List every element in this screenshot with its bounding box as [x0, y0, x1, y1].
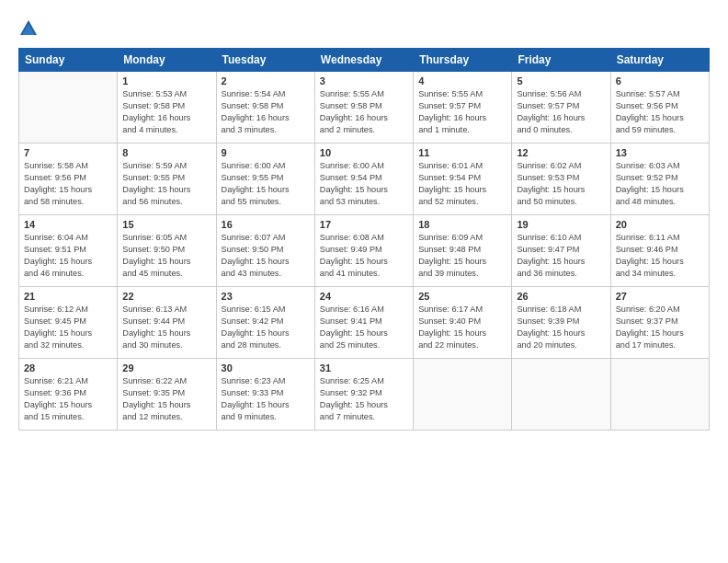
day-info: Sunrise: 5:54 AMSunset: 9:58 PMDaylight:… — [222, 88, 310, 136]
calendar-cell: 16Sunrise: 6:07 AMSunset: 9:50 PMDayligh… — [216, 215, 314, 287]
day-number: 23 — [222, 291, 310, 302]
day-number: 25 — [418, 291, 506, 302]
day-number: 11 — [418, 147, 506, 158]
weekday-header-tuesday: Tuesday — [216, 49, 314, 72]
weekday-header-wednesday: Wednesday — [314, 49, 413, 72]
day-info: Sunrise: 6:17 AMSunset: 9:40 PMDaylight:… — [418, 304, 506, 351]
calendar-cell: 6Sunrise: 5:57 AMSunset: 9:56 PMDaylight… — [610, 72, 709, 144]
day-info: Sunrise: 5:58 AMSunset: 9:56 PMDaylight:… — [24, 160, 112, 208]
calendar-body: 1Sunrise: 5:53 AMSunset: 9:58 PMDaylight… — [19, 72, 710, 431]
calendar-cell: 26Sunrise: 6:18 AMSunset: 9:39 PMDayligh… — [512, 287, 610, 359]
calendar-cell: 10Sunrise: 6:00 AMSunset: 9:54 PMDayligh… — [314, 144, 413, 215]
day-info: Sunrise: 6:11 AMSunset: 9:46 PMDaylight:… — [616, 232, 704, 280]
calendar-cell — [19, 72, 118, 144]
day-number: 18 — [418, 219, 506, 230]
day-info: Sunrise: 5:59 AMSunset: 9:55 PMDaylight:… — [122, 160, 210, 208]
calendar-cell: 13Sunrise: 6:03 AMSunset: 9:52 PMDayligh… — [610, 144, 709, 215]
logo — [18, 17, 42, 39]
calendar-cell: 14Sunrise: 6:04 AMSunset: 9:51 PMDayligh… — [19, 215, 118, 287]
calendar-cell: 31Sunrise: 6:25 AMSunset: 9:32 PMDayligh… — [314, 359, 413, 431]
day-number: 14 — [24, 219, 112, 230]
day-number: 30 — [222, 362, 310, 373]
calendar-cell: 17Sunrise: 6:08 AMSunset: 9:49 PMDayligh… — [314, 215, 413, 287]
day-number: 10 — [320, 147, 408, 158]
weekday-row: SundayMondayTuesdayWednesdayThursdayFrid… — [19, 49, 710, 72]
day-info: Sunrise: 6:00 AMSunset: 9:54 PMDaylight:… — [320, 160, 408, 208]
calendar-cell — [414, 359, 512, 431]
calendar-cell: 28Sunrise: 6:21 AMSunset: 9:36 PMDayligh… — [19, 359, 118, 431]
day-number: 7 — [24, 147, 112, 158]
day-info: Sunrise: 6:01 AMSunset: 9:54 PMDaylight:… — [418, 160, 506, 208]
calendar-week-1: 1Sunrise: 5:53 AMSunset: 9:58 PMDaylight… — [19, 72, 710, 144]
day-number: 26 — [517, 291, 605, 302]
calendar-cell: 9Sunrise: 6:00 AMSunset: 9:55 PMDaylight… — [216, 144, 314, 215]
calendar-cell: 22Sunrise: 6:13 AMSunset: 9:44 PMDayligh… — [118, 287, 216, 359]
day-info: Sunrise: 6:07 AMSunset: 9:50 PMDaylight:… — [222, 232, 310, 280]
day-info: Sunrise: 6:04 AMSunset: 9:51 PMDaylight:… — [24, 232, 112, 280]
day-number: 22 — [122, 291, 210, 302]
calendar-cell — [610, 359, 709, 431]
day-number: 15 — [122, 219, 210, 230]
calendar-cell: 25Sunrise: 6:17 AMSunset: 9:40 PMDayligh… — [414, 287, 512, 359]
calendar-week-5: 28Sunrise: 6:21 AMSunset: 9:36 PMDayligh… — [19, 359, 710, 431]
day-number: 17 — [320, 219, 408, 230]
day-number: 6 — [616, 75, 704, 86]
day-number: 24 — [320, 291, 408, 302]
day-number: 1 — [122, 75, 210, 86]
calendar-cell: 2Sunrise: 5:54 AMSunset: 9:58 PMDaylight… — [216, 72, 314, 144]
calendar-table: SundayMondayTuesdayWednesdayThursdayFrid… — [18, 48, 710, 431]
day-number: 16 — [222, 219, 310, 230]
day-number: 12 — [517, 147, 605, 158]
calendar-cell: 30Sunrise: 6:23 AMSunset: 9:33 PMDayligh… — [216, 359, 314, 431]
calendar-cell: 27Sunrise: 6:20 AMSunset: 9:37 PMDayligh… — [610, 287, 709, 359]
calendar-cell: 21Sunrise: 6:12 AMSunset: 9:45 PMDayligh… — [19, 287, 118, 359]
day-number: 2 — [222, 75, 310, 86]
day-info: Sunrise: 5:56 AMSunset: 9:57 PMDaylight:… — [517, 88, 605, 136]
day-info: Sunrise: 6:15 AMSunset: 9:42 PMDaylight:… — [222, 304, 310, 351]
day-info: Sunrise: 5:53 AMSunset: 9:58 PMDaylight:… — [122, 88, 210, 136]
day-info: Sunrise: 6:16 AMSunset: 9:41 PMDaylight:… — [320, 304, 408, 351]
weekday-header-sunday: Sunday — [19, 49, 118, 72]
calendar-cell: 1Sunrise: 5:53 AMSunset: 9:58 PMDaylight… — [118, 72, 216, 144]
day-info: Sunrise: 5:55 AMSunset: 9:57 PMDaylight:… — [418, 88, 506, 136]
calendar-cell: 12Sunrise: 6:02 AMSunset: 9:53 PMDayligh… — [512, 144, 610, 215]
weekday-header-thursday: Thursday — [414, 49, 512, 72]
header — [18, 17, 710, 39]
calendar-cell: 7Sunrise: 5:58 AMSunset: 9:56 PMDaylight… — [19, 144, 118, 215]
page: SundayMondayTuesdayWednesdayThursdayFrid… — [0, 0, 728, 563]
day-number: 21 — [24, 291, 112, 302]
day-info: Sunrise: 6:05 AMSunset: 9:50 PMDaylight:… — [122, 232, 210, 280]
day-number: 3 — [320, 75, 408, 86]
day-number: 8 — [122, 147, 210, 158]
day-info: Sunrise: 6:12 AMSunset: 9:45 PMDaylight:… — [24, 304, 112, 351]
calendar-week-2: 7Sunrise: 5:58 AMSunset: 9:56 PMDaylight… — [19, 144, 710, 215]
calendar-cell: 8Sunrise: 5:59 AMSunset: 9:55 PMDaylight… — [118, 144, 216, 215]
day-info: Sunrise: 6:22 AMSunset: 9:35 PMDaylight:… — [122, 375, 210, 423]
day-number: 9 — [222, 147, 310, 158]
day-info: Sunrise: 6:20 AMSunset: 9:37 PMDaylight:… — [616, 304, 704, 351]
day-number: 19 — [517, 219, 605, 230]
day-number: 20 — [616, 219, 704, 230]
day-info: Sunrise: 6:08 AMSunset: 9:49 PMDaylight:… — [320, 232, 408, 280]
calendar-cell: 23Sunrise: 6:15 AMSunset: 9:42 PMDayligh… — [216, 287, 314, 359]
calendar-cell: 24Sunrise: 6:16 AMSunset: 9:41 PMDayligh… — [314, 287, 413, 359]
calendar-week-4: 21Sunrise: 6:12 AMSunset: 9:45 PMDayligh… — [19, 287, 710, 359]
calendar-cell: 15Sunrise: 6:05 AMSunset: 9:50 PMDayligh… — [118, 215, 216, 287]
calendar-cell: 20Sunrise: 6:11 AMSunset: 9:46 PMDayligh… — [610, 215, 709, 287]
day-number: 28 — [24, 362, 112, 373]
day-info: Sunrise: 6:25 AMSunset: 9:32 PMDaylight:… — [320, 375, 408, 423]
day-number: 31 — [320, 362, 408, 373]
day-info: Sunrise: 6:23 AMSunset: 9:33 PMDaylight:… — [222, 375, 310, 423]
calendar-week-3: 14Sunrise: 6:04 AMSunset: 9:51 PMDayligh… — [19, 215, 710, 287]
day-info: Sunrise: 6:00 AMSunset: 9:55 PMDaylight:… — [222, 160, 310, 208]
day-number: 29 — [122, 362, 210, 373]
calendar-cell: 29Sunrise: 6:22 AMSunset: 9:35 PMDayligh… — [118, 359, 216, 431]
day-info: Sunrise: 6:09 AMSunset: 9:48 PMDaylight:… — [418, 232, 506, 280]
calendar-cell: 11Sunrise: 6:01 AMSunset: 9:54 PMDayligh… — [414, 144, 512, 215]
day-info: Sunrise: 6:03 AMSunset: 9:52 PMDaylight:… — [616, 160, 704, 208]
weekday-header-monday: Monday — [118, 49, 216, 72]
day-info: Sunrise: 6:21 AMSunset: 9:36 PMDaylight:… — [24, 375, 112, 423]
weekday-header-friday: Friday — [512, 49, 610, 72]
calendar-header: SundayMondayTuesdayWednesdayThursdayFrid… — [19, 49, 710, 72]
day-info: Sunrise: 6:02 AMSunset: 9:53 PMDaylight:… — [517, 160, 605, 208]
